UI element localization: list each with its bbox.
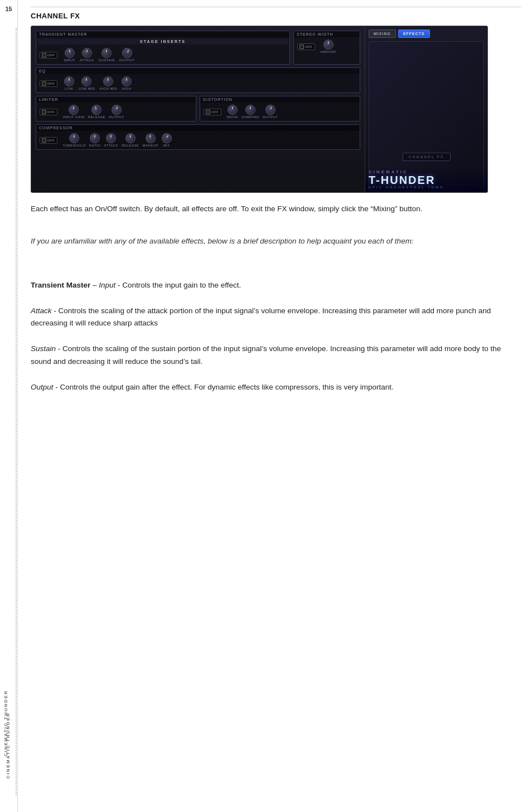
attack-label: ATTACK [80,59,94,62]
eq-off-checkbox[interactable] [42,81,46,86]
sidebar-vertical-label: CINEMATIC THUNDER [3,690,8,756]
output-knob-group: OUTPUT [119,48,135,62]
sustain-rest: - Controls the scaling of the sustain po… [31,344,501,365]
limiter-section: LIMITER OFF INPUT GAIN [36,96,196,121]
stereo-off-label: OFF [305,45,313,48]
low-mid-knob-group: LOW MID [79,76,95,90]
right-buttons: MIXING EFFECTS [365,26,487,41]
off-checkbox[interactable] [42,53,46,57]
spacer-2 [31,257,521,268]
effects-button[interactable]: EFFECTS [398,30,430,38]
ratio-knob[interactable] [90,133,100,143]
spacer-1 [31,224,521,235]
amount-label: AMOUNT [321,50,337,54]
comp-off-label: OFF [47,139,55,142]
release-knob[interactable] [90,103,103,116]
high-mid-knob[interactable] [103,76,113,86]
mixing-button[interactable]: MIXING [369,30,396,38]
damping-label: DAMPING [241,115,259,119]
drive-knob-group: DRIVE [227,105,239,119]
sustain-knob[interactable] [101,48,112,58]
attack-knob[interactable] [82,48,92,58]
body-paragraph-2: If you are unfamiliar with any of the av… [31,235,521,247]
limiter-output-label: OUTPUT [109,115,124,119]
input-knob[interactable] [65,48,75,58]
sustain-knob-group: SUSTAIN [99,48,115,62]
high-knob[interactable] [122,76,132,86]
low-knob-group: LOW [64,76,74,90]
input-italic: Input [99,281,115,289]
limiter-off-checkbox[interactable] [42,110,46,114]
input-gain-knob-group: INPUT GAIN [63,105,85,119]
off-label: OFF [47,54,55,57]
low-knob[interactable] [64,76,74,86]
output-line: Output - Controls the output gain after … [31,381,521,393]
section-title: CHANNEL FX [31,7,521,20]
drive-label: DRIVE [227,115,239,119]
ratio-knob-group: RATIO [89,133,100,147]
dist-output-knob[interactable] [264,103,277,116]
distortion-off-label: OFF [211,110,219,114]
distortion-label: DISTORTION [200,96,360,103]
output-italic: Output [31,383,54,391]
transient-master-label: TRANSIENT MASTER [36,31,289,37]
stereo-width-section: STEREO WIDTH OFF AMOUNT [293,31,360,65]
input-gain-knob[interactable] [69,105,79,115]
input-knob-group: INPUT [64,48,76,62]
sidebar: 15 CINEMATIC THUNDER [0,0,18,812]
makeup-label: MAKEUP [142,144,158,147]
threshold-knob[interactable] [69,133,79,143]
comp-attack-label: ATTACK [104,144,118,147]
limiter-output-knob-group: OUTPUT [109,105,124,119]
sustain-param: Sustain - Controls the scaling of the su… [31,343,521,368]
comp-attack-knob-group: ATTACK [104,133,118,147]
sustain-italic: Sustain [31,344,56,353]
limiter-off-btn[interactable]: OFF [40,109,57,115]
drive-knob[interactable] [228,105,238,115]
output-knob[interactable] [120,46,134,60]
low-mid-label: LOW MID [79,87,95,90]
mix-knob[interactable] [160,132,173,145]
main-content: CHANNEL FX TRANSIENT MASTER STAGE INSERT… [31,0,521,393]
comp-release-knob-group: RELEASE [122,133,139,147]
stereo-off-checkbox[interactable] [299,45,304,49]
spacer-5 [31,337,521,343]
distortion-off-checkbox[interactable] [206,110,210,114]
dist-output-knob-group: OUTPUT [263,105,278,119]
mix-knob-group: MIX [162,133,172,147]
sustain-line: Sustain - Controls the scaling of the su… [31,343,521,368]
distortion-off-btn[interactable]: OFF [204,109,221,115]
transient-master-sep: – [90,281,99,289]
comp-off-checkbox[interactable] [42,138,46,143]
comp-release-knob[interactable] [125,133,136,143]
makeup-knob[interactable] [144,133,156,144]
brand-thunder: T-HUNDER [369,174,484,186]
output-label: OUTPUT [119,59,135,62]
plugin-left: TRANSIENT MASTER STAGE INSERTS OFF [31,26,365,192]
output-param: Output - Controls the output gain after … [31,381,521,393]
low-mid-knob[interactable] [81,76,91,86]
attack-line: Attack - Controls the scaling of the att… [31,305,521,330]
stereo-off-btn[interactable]: OFF [297,43,315,50]
release-knob-group: RELEASE [88,105,105,119]
paragraph-2-text: If you are unfamiliar with any of the av… [31,235,521,247]
channel-fx-button[interactable]: CHANNEL FX [402,153,450,161]
distortion-controls: OFF DRIVE DAMPING [200,103,360,121]
brand-sub: EPIC ORCHESTRAL TOMS [369,186,484,189]
compressor-off-btn[interactable]: OFF [40,137,57,144]
limiter-output-knob[interactable] [110,104,123,116]
attack-knob-group: ATTACK [80,48,94,62]
compressor-label: COMPRESSOR [36,125,360,131]
transient-off-btn[interactable]: OFF [40,52,57,59]
compressor-section: COMPRESSOR OFF THRESHOLD RATIO [36,124,360,150]
damping-knob-group: DAMPING [241,105,259,119]
eq-off-btn[interactable]: OFF [40,80,57,87]
page-number: 15 [5,6,12,12]
comp-attack-knob[interactable] [106,133,116,143]
limiter-off-label: OFF [47,110,55,114]
damping-knob[interactable] [245,105,255,115]
amount-knob-group: AMOUNT [321,40,337,54]
stage-inserts-label: STAGE INSERTS [37,38,288,45]
high-mid-label: HIGH MID [99,87,117,90]
amount-knob[interactable] [323,40,333,50]
